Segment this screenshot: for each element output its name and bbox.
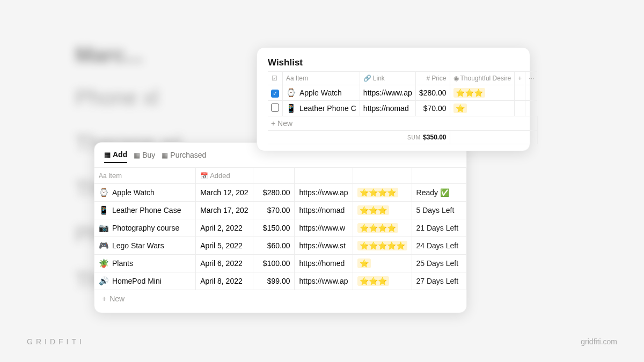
- item-price: $150.00: [253, 219, 295, 237]
- item-icon: 🎮: [99, 241, 109, 250]
- tab-add[interactable]: ▦Add: [104, 150, 127, 163]
- item-link[interactable]: https://www.ap: [295, 272, 353, 290]
- column-header-link[interactable]: [295, 168, 353, 184]
- sum-row: SUM$350.00: [268, 131, 537, 144]
- add-column[interactable]: +: [515, 72, 525, 85]
- item-link[interactable]: https://www.st: [295, 237, 353, 255]
- tab-label: Add: [113, 150, 127, 159]
- number-icon: #: [426, 75, 430, 82]
- item-name: Photography course: [112, 224, 179, 232]
- item-price: $70.00: [415, 101, 450, 116]
- item-icon: 📱: [286, 104, 296, 113]
- column-header-countdown[interactable]: [412, 168, 466, 184]
- ellipsis-icon: ···: [529, 75, 534, 82]
- item-price: $99.00: [253, 272, 295, 290]
- item-added: March 12, 202: [196, 184, 253, 202]
- item-added: April 8, 2022: [196, 272, 253, 290]
- item-added: April 5, 2022: [196, 237, 253, 255]
- wishlist-title: Wishlist: [268, 57, 519, 68]
- table-row[interactable]: 🎮Lego Star Wars April 5, 2022 $60.00 htt…: [94, 237, 466, 255]
- table-row[interactable]: ✓ ⌚Apple Watch https://www.ap $280.00 ⭐⭐…: [268, 85, 537, 101]
- item-name: Apple Watch: [299, 88, 342, 97]
- item-icon: 📱: [99, 205, 109, 215]
- column-header-desire[interactable]: ◉Thoughtful Desire: [450, 72, 515, 85]
- footer-brand: GRIDFITI: [27, 337, 85, 346]
- footer-url: gridfiti.com: [581, 337, 617, 346]
- plus-icon: +: [102, 294, 106, 303]
- item-link[interactable]: https://nomad: [360, 101, 415, 116]
- item-desire: ⭐⭐⭐⭐: [353, 219, 412, 237]
- items-table: AaItem 📅Added ⌚Apple Watch March 12, 202…: [94, 167, 466, 290]
- item-icon: ⌚: [286, 88, 296, 98]
- item-price: $60.00: [253, 237, 295, 255]
- table-row[interactable]: ⌚Apple Watch March 12, 202 $280.00 https…: [94, 184, 466, 202]
- wishlist-items-panel: ▦Add ▦Buy ▦Purchased AaItem 📅Added ⌚Appl…: [94, 142, 467, 313]
- item-desire: ⭐⭐⭐: [450, 85, 515, 101]
- more-columns[interactable]: ···: [525, 72, 538, 85]
- item-icon: 🔊: [99, 276, 109, 286]
- item-name: Lego Star Wars: [112, 241, 164, 250]
- item-price: $70.00: [253, 202, 295, 219]
- text-icon: Aa: [286, 75, 294, 82]
- item-desire: ⭐⭐⭐⭐: [353, 184, 412, 202]
- column-header-link[interactable]: 🔗Link: [360, 72, 415, 85]
- item-desire: ⭐: [353, 255, 412, 272]
- item-icon: 🪴: [99, 258, 109, 268]
- new-row-button[interactable]: +New: [94, 290, 466, 307]
- item-desire: ⭐: [450, 101, 515, 116]
- tab-label: Buy: [142, 151, 155, 159]
- tab-label: Purchased: [170, 151, 206, 159]
- table-row[interactable]: 📷Photography course April 2, 2022 $150.0…: [94, 219, 466, 237]
- tab-buy[interactable]: ▦Buy: [134, 150, 155, 163]
- item-added: April 6, 2022: [196, 255, 253, 272]
- item-name: Plants: [112, 259, 133, 268]
- item-desire: ⭐⭐⭐: [353, 272, 412, 290]
- item-desire: ⭐⭐⭐⭐⭐: [353, 237, 412, 255]
- table-row[interactable]: 🔊HomePod Mini April 8, 2022 $99.00 https…: [94, 272, 466, 290]
- select-icon: ◉: [453, 75, 459, 82]
- item-link[interactable]: https://nomad: [295, 202, 353, 219]
- item-countdown: 25 Days Left: [412, 255, 466, 272]
- item-countdown: 5 Days Left: [412, 202, 466, 219]
- item-link[interactable]: https://homed: [295, 255, 353, 272]
- tab-purchased[interactable]: ▦Purchased: [162, 150, 206, 163]
- item-countdown: 24 Days Left: [412, 237, 466, 255]
- item-desire: ⭐⭐⭐: [353, 202, 412, 219]
- text-icon: Aa: [99, 172, 107, 180]
- column-header-desire[interactable]: [353, 168, 412, 184]
- column-header-item[interactable]: AaItem: [94, 168, 196, 184]
- column-header-price[interactable]: [253, 168, 295, 184]
- calendar-icon: 📅: [200, 172, 208, 180]
- checkbox[interactable]: [271, 104, 279, 112]
- plus-icon: +: [518, 75, 522, 82]
- column-header-price[interactable]: #Price: [415, 72, 450, 85]
- item-countdown: Ready ✅: [412, 184, 466, 202]
- column-header-added[interactable]: 📅Added: [196, 168, 253, 184]
- checkbox-icon: ☑: [272, 75, 277, 82]
- item-link[interactable]: https://www.ap: [360, 85, 415, 101]
- item-countdown: 21 Days Left: [412, 219, 466, 237]
- item-name: Leather Phone Case: [112, 206, 181, 215]
- new-row[interactable]: + New: [268, 116, 537, 131]
- column-header-check[interactable]: ☑: [268, 72, 283, 85]
- table-row[interactable]: 📱Leather Phone Case March 17, 202 $70.00…: [94, 202, 466, 219]
- table-icon: ▦: [104, 151, 111, 159]
- wishlist-table: ☑ AaItem 🔗Link #Price ◉Thoughtful Desire…: [268, 71, 538, 144]
- item-price: $280.00: [415, 85, 450, 101]
- table-row[interactable]: 📱Leather Phone C https://nomad $70.00 ⭐: [268, 101, 537, 116]
- table-header-row: AaItem 📅Added: [94, 168, 466, 184]
- link-icon: 🔗: [363, 75, 371, 82]
- plus-icon: +: [271, 119, 277, 128]
- item-link[interactable]: https://www.w: [295, 219, 353, 237]
- item-name: Apple Watch: [112, 188, 155, 197]
- sum-value: $350.00: [423, 134, 446, 141]
- item-added: March 17, 202: [196, 202, 253, 219]
- sum-label: SUM: [407, 135, 421, 141]
- item-price: $280.00: [253, 184, 295, 202]
- wishlist-summary-panel: Wishlist ☑ AaItem 🔗Link #Price ◉Thoughtf…: [257, 47, 530, 151]
- item-link[interactable]: https://www.ap: [295, 184, 353, 202]
- item-price: $100.00: [253, 255, 295, 272]
- checkbox[interactable]: ✓: [271, 90, 279, 98]
- table-row[interactable]: 🪴Plants April 6, 2022 $100.00 https://ho…: [94, 255, 466, 272]
- column-header-item[interactable]: AaItem: [283, 72, 360, 85]
